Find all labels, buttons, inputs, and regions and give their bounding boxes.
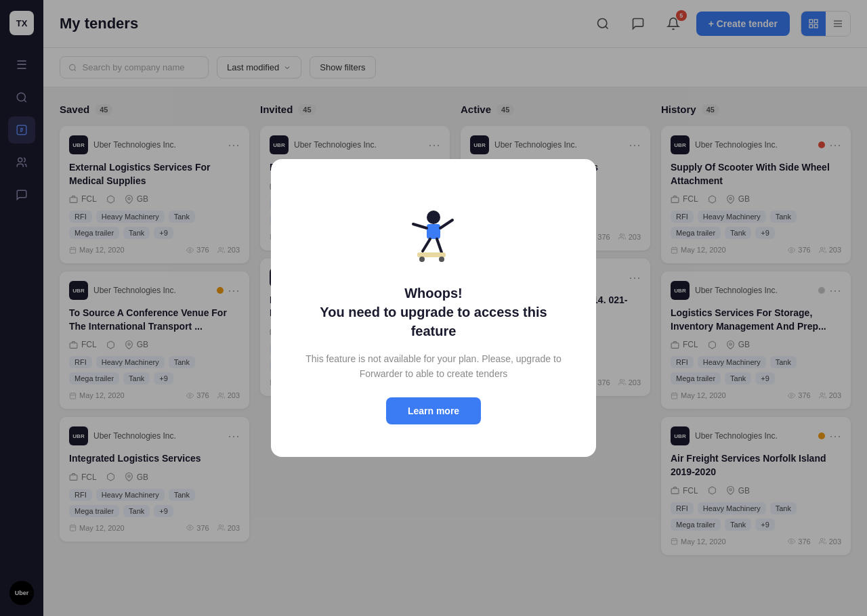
- svg-line-98: [440, 220, 452, 228]
- upgrade-overlay[interactable]: Whoops! You need to upgrade to access th…: [0, 0, 867, 616]
- learn-more-button[interactable]: Learn more: [386, 397, 481, 424]
- svg-point-102: [419, 257, 425, 262]
- modal-title: Whoops! You need to upgrade to access th…: [298, 284, 569, 340]
- svg-line-99: [423, 239, 430, 251]
- svg-rect-101: [417, 252, 446, 257]
- svg-rect-96: [427, 224, 440, 239]
- svg-line-97: [413, 224, 427, 228]
- upgrade-modal: Whoops! You need to upgrade to access th…: [271, 159, 596, 458]
- svg-line-100: [437, 239, 442, 252]
- svg-point-103: [439, 257, 444, 262]
- skater-illustration: [393, 192, 474, 273]
- svg-point-95: [427, 211, 440, 224]
- modal-subtitle: This feature is not available for your p…: [298, 351, 569, 382]
